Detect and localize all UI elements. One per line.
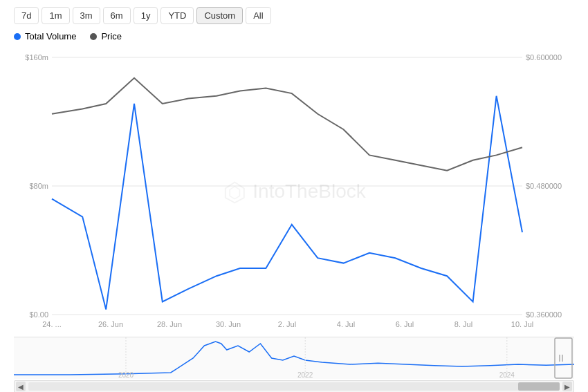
total-volume-dot [14, 33, 21, 40]
main-chart-area: $160m$0.600000$80m$0.480000$0.00$0.36000… [14, 47, 574, 392]
svg-text:10. Jul: 10. Jul [511, 320, 533, 328]
svg-text:6. Jul: 6. Jul [396, 320, 414, 328]
svg-text:28. Jun: 28. Jun [157, 320, 182, 328]
svg-text:$0.360000: $0.360000 [526, 310, 562, 319]
time-btn-7d[interactable]: 7d [14, 7, 39, 24]
svg-text:$0.480000: $0.480000 [526, 182, 562, 190]
chart-svg-container: $160m$0.600000$80m$0.480000$0.00$0.36000… [14, 47, 574, 335]
main-container: 7d1m3m6m1yYTDCustomAll Total Volume Pric… [0, 0, 588, 392]
chart-wrapper: $160m$0.600000$80m$0.480000$0.00$0.36000… [14, 47, 574, 392]
price-dot [90, 33, 97, 40]
svg-text:$0.600000: $0.600000 [526, 53, 562, 62]
svg-text:30. Jun: 30. Jun [216, 320, 241, 328]
chart-legend: Total Volume Price [14, 31, 574, 41]
mini-chart-inner: 202020222024 [14, 337, 574, 379]
time-btn-ytd[interactable]: YTD [160, 7, 194, 24]
legend-price: Price [90, 31, 122, 41]
time-range-selector: 7d1m3m6m1yYTDCustomAll [14, 7, 574, 24]
svg-text:2020: 2020 [118, 371, 134, 379]
svg-text:24. ...: 24. ... [42, 320, 62, 328]
time-btn-1y[interactable]: 1y [134, 7, 158, 24]
chart-svg: $160m$0.600000$80m$0.480000$0.00$0.36000… [14, 47, 574, 335]
svg-text:2022: 2022 [297, 371, 313, 379]
total-volume-label: Total Volume [25, 31, 76, 41]
svg-text:$0.00: $0.00 [29, 310, 48, 319]
time-btn-all[interactable]: All [246, 7, 270, 24]
time-btn-custom[interactable]: Custom [196, 7, 243, 24]
svg-text:$80m: $80m [29, 182, 48, 190]
time-btn-6m[interactable]: 6m [103, 7, 131, 24]
legend-total-volume: Total Volume [14, 31, 76, 41]
svg-rect-20 [14, 337, 574, 379]
price-label: Price [101, 31, 122, 41]
scrollbar[interactable]: ◀ ▶ [14, 380, 574, 392]
time-btn-3m[interactable]: 3m [73, 7, 100, 24]
scroll-right-arrow[interactable]: ▶ [562, 382, 572, 391]
svg-text:$160m: $160m [25, 53, 48, 62]
svg-text:4. Jul: 4. Jul [337, 320, 355, 328]
scroll-left-arrow[interactable]: ◀ [16, 382, 26, 391]
svg-text:26. Jun: 26. Jun [98, 320, 123, 328]
svg-text:2. Jul: 2. Jul [278, 320, 296, 328]
svg-text:2024: 2024 [499, 371, 515, 379]
svg-text:8. Jul: 8. Jul [454, 320, 472, 328]
mini-chart-container: 202020222024 ◀ ▶ [14, 337, 574, 392]
mini-chart-svg: 202020222024 [14, 337, 574, 379]
time-btn-1m[interactable]: 1m [42, 7, 69, 24]
